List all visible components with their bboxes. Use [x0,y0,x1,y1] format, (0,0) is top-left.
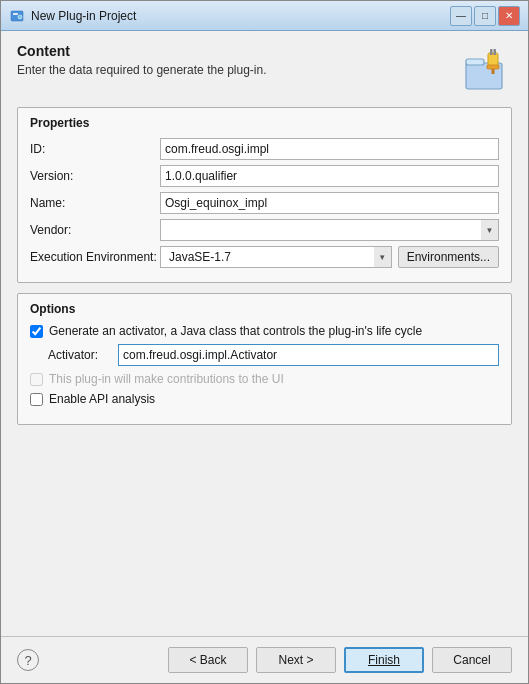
exec-dropdown-arrow: ▼ [374,246,392,268]
header-description: Enter the data required to generate the … [17,63,460,77]
svg-rect-6 [490,49,493,55]
help-button[interactable]: ? [17,649,39,671]
vendor-input[interactable] [160,219,499,241]
svg-point-2 [18,15,22,19]
minimize-button[interactable]: — [450,6,472,26]
svg-rect-9 [492,69,495,74]
ui-contributions-row: This plug-in will make contributions to … [30,372,499,386]
vendor-select-wrapper: ▼ [160,219,499,241]
button-bar: ? < Back Next > Finish Cancel [1,636,528,683]
version-label: Version: [30,169,160,183]
exec-env-row: Execution Environment: JavaSE-1.7 JavaSE… [30,246,499,268]
svg-rect-4 [466,59,484,65]
back-button[interactable]: < Back [168,647,248,673]
header-section: Content Enter the data required to gener… [17,43,512,95]
generate-activator-row: Generate an activator, a Java class that… [30,324,499,338]
activator-row: Activator: [30,344,499,366]
id-input[interactable] [160,138,499,160]
window: New Plug-in Project — □ ✕ Content Enter … [0,0,529,684]
api-analysis-row: Enable API analysis [30,392,499,406]
svg-rect-8 [487,65,499,69]
window-title: New Plug-in Project [31,9,450,23]
properties-group: Properties ID: Version: Name: Vendor: [17,107,512,283]
options-group: Options Generate an activator, a Java cl… [17,293,512,425]
name-input[interactable] [160,192,499,214]
exec-select-wrapper: JavaSE-1.7 JavaSE-1.8 J2SE-1.5 J2SE-1.4 … [160,246,392,268]
close-button[interactable]: ✕ [498,6,520,26]
generate-activator-checkbox[interactable] [30,325,43,338]
properties-label: Properties [30,116,499,130]
maximize-button[interactable]: □ [474,6,496,26]
svg-rect-7 [494,49,497,55]
api-analysis-label: Enable API analysis [49,392,155,406]
title-bar: New Plug-in Project — □ ✕ [1,1,528,31]
version-row: Version: [30,165,499,187]
ui-contributions-checkbox[interactable] [30,373,43,386]
ui-contributions-label: This plug-in will make contributions to … [49,372,284,386]
environments-button[interactable]: Environments... [398,246,499,268]
exec-env-select[interactable]: JavaSE-1.7 JavaSE-1.8 J2SE-1.5 J2SE-1.4 [160,246,392,268]
id-row: ID: [30,138,499,160]
activator-label: Activator: [48,348,118,362]
options-label: Options [30,302,499,316]
plugin-icon [460,43,512,95]
vendor-label: Vendor: [30,223,160,237]
generate-activator-label: Generate an activator, a Java class that… [49,324,422,338]
name-row: Name: [30,192,499,214]
vendor-dropdown-arrow[interactable]: ▼ [481,219,499,241]
vendor-row: Vendor: ▼ [30,219,499,241]
window-icon [9,8,25,24]
next-button[interactable]: Next > [256,647,336,673]
api-analysis-checkbox[interactable] [30,393,43,406]
finish-button[interactable]: Finish [344,647,424,673]
cancel-button[interactable]: Cancel [432,647,512,673]
header-title: Content [17,43,460,59]
id-label: ID: [30,142,160,156]
window-controls: — □ ✕ [450,6,520,26]
version-input[interactable] [160,165,499,187]
svg-rect-1 [13,13,18,15]
content-area: Content Enter the data required to gener… [1,31,528,636]
activator-input[interactable] [118,344,499,366]
name-label: Name: [30,196,160,210]
exec-env-label: Execution Environment: [30,250,160,264]
header-text: Content Enter the data required to gener… [17,43,460,77]
